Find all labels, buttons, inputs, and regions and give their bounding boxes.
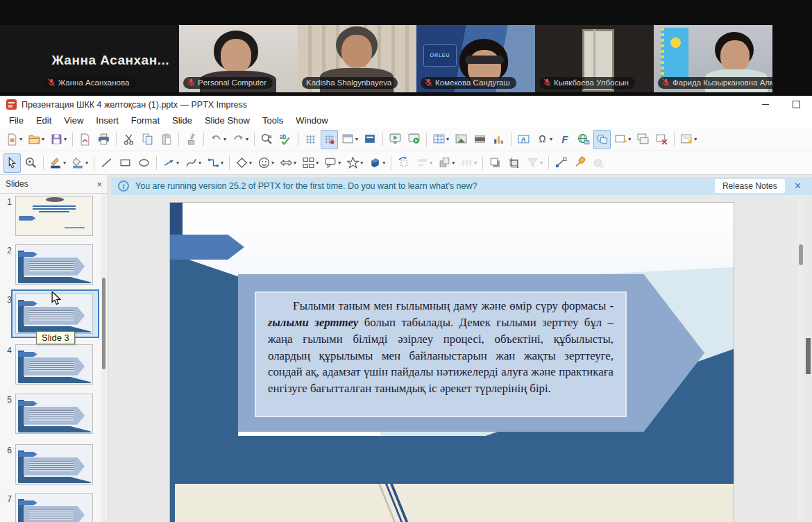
export-pdf-button[interactable] bbox=[76, 130, 94, 149]
fontwork-button[interactable]: F bbox=[556, 130, 573, 149]
star-shapes-button[interactable]: ▾ bbox=[344, 153, 365, 173]
toggle-extrusion-button[interactable]: % bbox=[590, 153, 607, 173]
participant-tile[interactable]: ORLEUКомекова Сандугаш bbox=[416, 25, 535, 92]
slide-canvas[interactable]: Ғылыми таным мен ғылымның даму және өмір… bbox=[170, 203, 734, 522]
rectangle-button[interactable] bbox=[117, 153, 134, 173]
fill-color-button[interactable]: ▾ bbox=[69, 153, 90, 173]
dropdown-arrow-icon[interactable]: ▾ bbox=[294, 160, 296, 166]
workspace-scrollbar-thumb[interactable] bbox=[799, 244, 803, 265]
participant-tile[interactable]: Personal Computer bbox=[179, 25, 298, 92]
dropdown-arrow-icon[interactable]: ▾ bbox=[42, 136, 44, 142]
dropdown-arrow-icon[interactable]: ▾ bbox=[694, 136, 697, 142]
edit-points-button[interactable] bbox=[552, 153, 570, 173]
slide-thumbnail[interactable] bbox=[15, 344, 93, 385]
slide-text-box[interactable]: Ғылыми таным мен ғылымның даму және өмір… bbox=[255, 292, 627, 417]
dropdown-arrow-icon[interactable]: ▾ bbox=[19, 136, 22, 142]
slides-panel-close-icon[interactable]: × bbox=[96, 179, 102, 190]
insert-line-button[interactable] bbox=[98, 153, 115, 173]
dropdown-arrow-icon[interactable]: ▾ bbox=[474, 160, 477, 166]
start-first-slide-button[interactable] bbox=[387, 130, 404, 149]
open-button[interactable]: ▾ bbox=[26, 130, 46, 149]
3d-objects-button[interactable]: ▾ bbox=[366, 153, 387, 173]
shadow-button[interactable] bbox=[487, 153, 504, 173]
dropdown-arrow-icon[interactable]: ▾ bbox=[540, 160, 543, 166]
insert-chart-button[interactable] bbox=[490, 130, 507, 149]
redo-button[interactable]: ▾ bbox=[230, 130, 251, 149]
dropdown-arrow-icon[interactable]: ▾ bbox=[176, 160, 179, 166]
flowchart-button[interactable]: ▾ bbox=[300, 153, 321, 173]
dropdown-arrow-icon[interactable]: ▾ bbox=[452, 160, 455, 166]
dropdown-arrow-icon[interactable]: ▾ bbox=[430, 160, 432, 166]
dropdown-arrow-icon[interactable]: ▾ bbox=[246, 136, 248, 142]
notification-close-icon[interactable]: × bbox=[795, 180, 801, 192]
dropdown-arrow-icon[interactable]: ▾ bbox=[249, 160, 252, 166]
minimize-button[interactable] bbox=[750, 96, 781, 113]
slide-thumbnail[interactable] bbox=[15, 444, 93, 485]
slides-panel-scrollbar-thumb[interactable] bbox=[102, 278, 105, 369]
slide-thumbnail[interactable] bbox=[15, 493, 93, 522]
dropdown-arrow-icon[interactable]: ▾ bbox=[446, 136, 449, 142]
glue-points-button[interactable] bbox=[571, 153, 589, 173]
rotate-button[interactable] bbox=[395, 153, 412, 173]
dropdown-arrow-icon[interactable]: ▾ bbox=[628, 136, 631, 142]
block-arrows-button[interactable]: ▾ bbox=[278, 153, 298, 173]
release-notes-button[interactable]: Release Notes bbox=[715, 179, 785, 193]
insert-table-button[interactable]: ▾ bbox=[430, 130, 451, 149]
callout-shapes-button[interactable]: ▾ bbox=[322, 153, 343, 173]
participant-tile[interactable]: Kadisha Shalgynbayeva bbox=[298, 25, 416, 92]
ellipse-button[interactable] bbox=[135, 153, 153, 173]
menu-item-view[interactable]: View bbox=[58, 115, 90, 126]
panel-splitter-handle[interactable] bbox=[806, 338, 811, 374]
menu-item-format[interactable]: Format bbox=[125, 115, 166, 126]
basic-shapes-button[interactable]: ▾ bbox=[233, 153, 254, 173]
dropdown-arrow-icon[interactable]: ▾ bbox=[316, 160, 319, 166]
dropdown-arrow-icon[interactable]: ▾ bbox=[221, 160, 223, 166]
save-button[interactable]: ▾ bbox=[48, 130, 69, 149]
participant-tile[interactable]: Жанна Асанхан...Жанна Асанханова bbox=[0, 25, 179, 92]
symbol-shapes-button[interactable]: ▾ bbox=[255, 153, 276, 173]
filter-button[interactable]: ▾ bbox=[524, 153, 545, 173]
participant-tile[interactable]: Кыякбаева Улбосын bbox=[535, 25, 654, 92]
dropdown-arrow-icon[interactable]: ▾ bbox=[223, 136, 226, 142]
lines-arrows-button[interactable]: ▾ bbox=[160, 153, 181, 173]
paste-button[interactable] bbox=[158, 130, 175, 149]
new-document-button[interactable]: ▾ bbox=[3, 130, 24, 149]
clone-formatting-button[interactable] bbox=[183, 130, 200, 149]
special-character-button[interactable]: Ω▾ bbox=[534, 130, 555, 149]
zoom-pan-button[interactable] bbox=[22, 153, 40, 173]
dropdown-arrow-icon[interactable]: ▾ bbox=[355, 136, 358, 142]
menu-item-insert[interactable]: Insert bbox=[90, 115, 125, 126]
insert-image-button[interactable] bbox=[452, 130, 470, 149]
copy-button[interactable] bbox=[139, 130, 156, 149]
select-button[interactable] bbox=[3, 153, 21, 173]
curves-polygons-button[interactable]: ▾ bbox=[183, 153, 203, 173]
arrange-button[interactable]: ▾ bbox=[436, 153, 457, 173]
spelling-button[interactable]: ab bbox=[277, 130, 294, 149]
line-color-button[interactable]: ▾ bbox=[47, 153, 68, 173]
crop-image-button[interactable] bbox=[505, 153, 523, 173]
menu-item-file[interactable]: File bbox=[3, 115, 30, 126]
print-button[interactable] bbox=[95, 130, 112, 149]
participant-tile[interactable]: Фарида Кызыркановна Алм... bbox=[654, 25, 772, 92]
dropdown-arrow-icon[interactable]: ▾ bbox=[382, 160, 385, 166]
dropdown-arrow-icon[interactable]: ▾ bbox=[338, 160, 341, 166]
dropdown-arrow-icon[interactable]: ▾ bbox=[63, 160, 66, 166]
find-replace-button[interactable]: a bbox=[258, 130, 276, 149]
connectors-button[interactable]: ▾ bbox=[205, 153, 226, 173]
menu-item-tools[interactable]: Tools bbox=[256, 115, 289, 126]
slide-thumbnail[interactable] bbox=[15, 244, 93, 285]
dropdown-arrow-icon[interactable]: ▾ bbox=[85, 160, 88, 166]
menu-item-window[interactable]: Window bbox=[289, 115, 334, 126]
distribute-button[interactable]: ▾ bbox=[458, 153, 479, 173]
align-button[interactable]: ▾ bbox=[414, 153, 434, 173]
slide-thumbnail[interactable] bbox=[15, 394, 93, 434]
display-views-button[interactable]: ▾ bbox=[339, 130, 360, 149]
show-draw-functions-button[interactable] bbox=[593, 130, 611, 149]
menu-item-edit[interactable]: Edit bbox=[30, 115, 58, 126]
slide-properties-button[interactable]: ▾ bbox=[678, 130, 699, 149]
menu-item-slide[interactable]: Slide bbox=[166, 115, 198, 126]
dropdown-arrow-icon[interactable]: ▾ bbox=[360, 160, 363, 166]
delete-slide-button[interactable] bbox=[653, 130, 670, 149]
menu-item-slide-show[interactable]: Slide Show bbox=[198, 115, 256, 126]
new-slide-button[interactable]: ▾ bbox=[612, 130, 633, 149]
